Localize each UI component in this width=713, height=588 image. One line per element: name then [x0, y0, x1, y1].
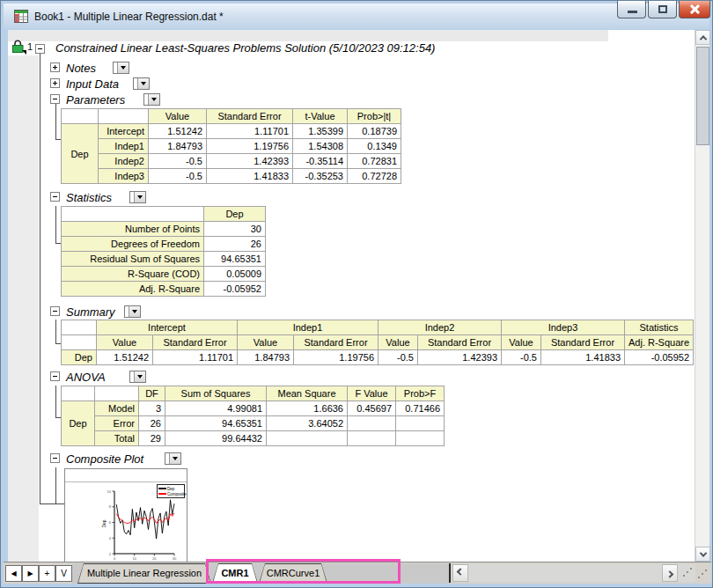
- sheet-list-button[interactable]: V: [55, 565, 72, 582]
- table-cell[interactable]: [95, 386, 139, 401]
- table-cell[interactable]: [396, 431, 445, 446]
- table-cell[interactable]: F Value: [348, 386, 396, 401]
- restore-button[interactable]: [648, 1, 677, 18]
- scroll-up-button[interactable]: [695, 30, 710, 45]
- table-cell[interactable]: Error: [95, 416, 139, 431]
- table-cell[interactable]: Standard Error: [418, 335, 502, 350]
- table-cell[interactable]: 94.65351: [165, 416, 267, 431]
- section-dropdown-composite-plot[interactable]: [165, 452, 181, 465]
- table-cell[interactable]: Standard Error: [541, 335, 625, 350]
- table-cell[interactable]: 4.99081: [165, 401, 267, 416]
- table-cell[interactable]: Indep3: [502, 320, 625, 335]
- table-cell[interactable]: Degrees of Freedom: [62, 237, 204, 252]
- table-cell[interactable]: Prob>F: [396, 386, 445, 401]
- scroll-left-button[interactable]: [452, 564, 468, 582]
- table-cell[interactable]: DF: [139, 386, 165, 401]
- composite-plot-graph[interactable]: Dep Composite Dep 0102030246810: [64, 468, 187, 562]
- table-cell[interactable]: -0.05952: [204, 282, 266, 297]
- table-cell[interactable]: -0.5: [149, 169, 207, 184]
- table-cell[interactable]: [348, 431, 396, 446]
- table-cell[interactable]: Prob>|t|: [348, 109, 401, 124]
- table-cell[interactable]: Dep: [62, 401, 95, 446]
- table-cell[interactable]: Statistics: [625, 320, 694, 335]
- table-cell[interactable]: 1.35399: [293, 124, 348, 139]
- table-cell[interactable]: 3.64052: [267, 416, 348, 431]
- table-cell[interactable]: 1.41833: [207, 169, 293, 184]
- table-cell[interactable]: Dep: [204, 207, 266, 222]
- table-cell[interactable]: 1.51242: [149, 124, 207, 139]
- table-cell[interactable]: Indep1: [99, 139, 149, 154]
- table-cell[interactable]: Model: [95, 401, 139, 416]
- table-cell[interactable]: [62, 207, 204, 222]
- table-cell[interactable]: 1.6636: [267, 401, 348, 416]
- lock-icon[interactable]: [11, 39, 26, 55]
- table-cell[interactable]: 1.42393: [418, 350, 502, 365]
- table-cell[interactable]: Adj. R-Square: [625, 335, 694, 350]
- collapse-anova-toggle[interactable]: [50, 371, 60, 381]
- table-cell[interactable]: [62, 386, 95, 401]
- table-cell[interactable]: 0.71466: [396, 401, 445, 416]
- collapse-composite-plot-toggle[interactable]: [50, 453, 60, 463]
- table-cell[interactable]: [267, 431, 348, 446]
- table-cell[interactable]: Mean Square: [267, 386, 348, 401]
- section-dropdown-statistics[interactable]: [129, 191, 146, 203]
- table-cell[interactable]: [396, 416, 445, 431]
- table-cell[interactable]: Standard Error: [294, 335, 379, 350]
- vertical-scrollbar[interactable]: [695, 30, 709, 562]
- table-cell[interactable]: [99, 109, 149, 124]
- scroll-down-button[interactable]: [695, 547, 710, 562]
- section-dropdown-summary[interactable]: [124, 305, 141, 318]
- table-cell[interactable]: 0.45697: [348, 401, 396, 416]
- table-cell[interactable]: 1.51242: [97, 350, 153, 365]
- table-cell[interactable]: Value: [97, 335, 153, 350]
- table-cell[interactable]: 3: [139, 401, 165, 416]
- table-cell[interactable]: 0.18739: [348, 124, 401, 139]
- table-cell[interactable]: [62, 109, 99, 124]
- scroll-right-button[interactable]: [662, 564, 678, 582]
- section-dropdown-parameters[interactable]: [143, 93, 160, 106]
- collapse-statistics-toggle[interactable]: [50, 192, 60, 202]
- table-cell[interactable]: 26: [139, 416, 165, 431]
- table-cell[interactable]: [62, 335, 97, 350]
- table-cell[interactable]: 1.19756: [207, 139, 293, 154]
- table-cell[interactable]: R-Square (COD): [62, 267, 204, 282]
- table-cell[interactable]: Value: [379, 335, 418, 350]
- table-cell[interactable]: Adj. R-Square: [62, 282, 204, 297]
- table-cell[interactable]: Standard Error: [207, 109, 293, 124]
- section-dropdown-anova[interactable]: [129, 371, 146, 383]
- table-cell[interactable]: Indep2: [379, 320, 502, 335]
- table-cell[interactable]: Sum of Squares: [165, 386, 267, 401]
- table-cell[interactable]: 1.84793: [238, 350, 294, 365]
- minimize-button[interactable]: [617, 1, 646, 18]
- table-cell[interactable]: [62, 320, 97, 335]
- tab-scroll-right-button[interactable]: ▶: [22, 565, 39, 582]
- table-cell[interactable]: 1.11701: [153, 350, 238, 365]
- add-sheet-button[interactable]: +: [39, 565, 55, 582]
- table-cell[interactable]: -0.5: [502, 350, 541, 365]
- table-cell[interactable]: 26: [204, 237, 266, 252]
- table-cell[interactable]: 99.64432: [165, 431, 267, 446]
- horizontal-scrollbar[interactable]: [452, 564, 695, 582]
- section-dropdown-notes[interactable]: [113, 62, 129, 74]
- tab-scroll-left-button[interactable]: ◀: [5, 565, 22, 582]
- vertical-scroll-thumb[interactable]: [696, 47, 709, 145]
- table-cell[interactable]: Indep3: [99, 169, 149, 184]
- table-cell[interactable]: -0.35253: [293, 169, 348, 184]
- table-cell[interactable]: Residual Sum of Squares: [62, 252, 204, 267]
- table-cell[interactable]: -0.05952: [625, 350, 694, 365]
- table-cell[interactable]: 0.72831: [348, 154, 401, 169]
- table-cell[interactable]: Number of Points: [62, 222, 204, 237]
- collapse-summary-toggle[interactable]: [50, 306, 60, 316]
- table-cell[interactable]: 1.84793: [149, 139, 207, 154]
- table-cell[interactable]: -0.5: [149, 154, 207, 169]
- expand-input-data-toggle[interactable]: [50, 78, 60, 88]
- section-dropdown-input-data[interactable]: [133, 77, 150, 90]
- table-cell[interactable]: 1.42393: [207, 154, 293, 169]
- table-cell[interactable]: t-Value: [293, 109, 348, 124]
- table-cell[interactable]: 0.05009: [204, 267, 266, 282]
- table-cell[interactable]: 0.1349: [348, 139, 401, 154]
- table-cell[interactable]: Standard Error: [153, 335, 238, 350]
- table-cell[interactable]: 1.41833: [541, 350, 625, 365]
- table-cell[interactable]: 0.72728: [348, 169, 401, 184]
- table-cell[interactable]: Indep2: [99, 154, 149, 169]
